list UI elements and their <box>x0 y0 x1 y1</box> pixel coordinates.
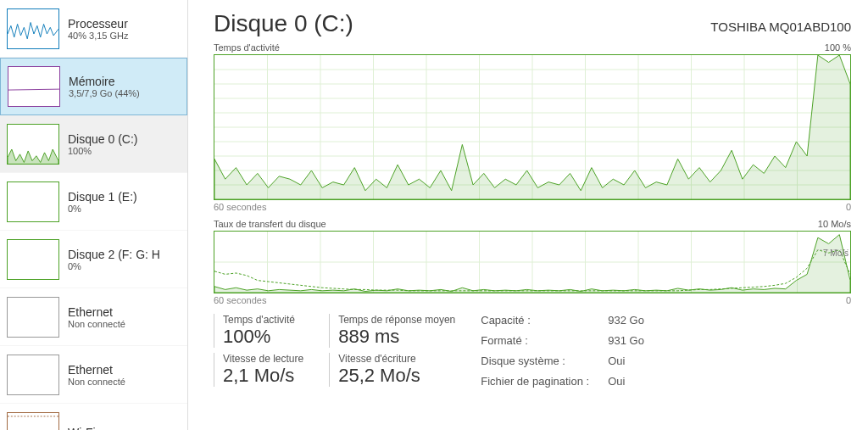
memory-thumb-icon <box>8 66 60 107</box>
chart1-xleft: 60 secondes <box>214 202 266 212</box>
sidebar-item-sub: 40% 3,15 GHz <box>68 31 129 41</box>
ethernet-thumb-icon <box>7 297 59 338</box>
formatted-value: 931 Go <box>608 334 709 351</box>
sidebar-item-ethernet1[interactable]: Ethernet Non connecté <box>0 288 187 346</box>
write-label: Vitesse d'écriture <box>338 353 455 365</box>
chart2-xright: 0 <box>846 295 851 305</box>
sidebar-item-label: Mémoire <box>69 75 140 88</box>
transfer-chart: 7 Mo/s <box>214 231 851 293</box>
sidebar-item-wifi[interactable]: Wi-Fi <box>0 404 187 430</box>
sidebar-item-cpu[interactable]: Processeur 40% 3,15 GHz <box>0 0 187 58</box>
cpu-thumb-icon <box>7 8 59 49</box>
chart2-xleft: 60 secondes <box>214 295 266 305</box>
read-label: Vitesse de lecture <box>223 353 303 365</box>
sidebar[interactable]: Processeur 40% 3,15 GHz Mémoire 3,5/7,9 … <box>0 0 188 430</box>
sidebar-item-label: Processeur <box>68 17 129 31</box>
activity-value: 100% <box>223 326 303 348</box>
sidebar-item-label: Disque 0 (C:) <box>68 132 137 146</box>
capacity-label: Capacité : <box>481 314 608 331</box>
sidebar-item-disk2[interactable]: Disque 2 (F: G: H 0% <box>0 231 187 288</box>
sidebar-item-label: Wi-Fi <box>68 426 96 431</box>
sidebar-item-memory[interactable]: Mémoire 3,5/7,9 Go (44%) <box>0 58 187 115</box>
wifi-thumb-icon <box>7 412 59 431</box>
ethernet-thumb-icon <box>7 355 59 395</box>
sidebar-item-sub: Non connecté <box>68 377 125 387</box>
system-label: Disque système : <box>481 355 608 371</box>
sidebar-item-sub: 3,5/7,9 Go (44%) <box>69 88 140 98</box>
info-table: Capacité : 932 Go Formaté : 931 Go Disqu… <box>481 314 709 392</box>
chart2-max: 10 Mo/s <box>818 219 851 229</box>
chart2-label: Taux de transfert du disque <box>214 219 326 229</box>
sidebar-item-disk0[interactable]: Disque 0 (C:) 100% <box>0 115 187 173</box>
response-label: Temps de réponse moyen <box>338 314 455 326</box>
sidebar-item-label: Disque 1 (E:) <box>68 190 137 204</box>
svg-marker-0 <box>8 149 58 164</box>
sidebar-item-sub: 0% <box>68 204 137 214</box>
activity-label: Temps d'activité <box>223 314 303 326</box>
sidebar-item-sub: 100% <box>68 146 137 156</box>
chart1-max: 100 % <box>825 42 851 53</box>
sidebar-item-sub: Non connecté <box>68 319 125 329</box>
sidebar-item-ethernet2[interactable]: Ethernet Non connecté <box>0 346 187 404</box>
activity-chart <box>214 54 851 200</box>
sidebar-item-label: Disque 2 (F: G: H <box>68 248 160 261</box>
pagefile-value: Oui <box>608 375 709 392</box>
disk-thumb-icon <box>7 124 59 165</box>
disk-thumb-icon <box>7 181 59 222</box>
capacity-value: 932 Go <box>608 314 709 331</box>
sidebar-item-disk1[interactable]: Disque 1 (E:) 0% <box>0 173 187 231</box>
chart1-label: Temps d'activité <box>214 42 280 53</box>
chart1-xright: 0 <box>846 202 851 212</box>
chart2-mark: 7 Mo/s <box>823 249 849 258</box>
main-panel: Disque 0 (C:) TOSHIBA MQ01ABD100 Temps d… <box>188 0 868 430</box>
read-value: 2,1 Mo/s <box>223 365 303 387</box>
disk-thumb-icon <box>7 239 59 280</box>
formatted-label: Formaté : <box>481 334 608 351</box>
sidebar-item-sub: 0% <box>68 261 160 271</box>
sidebar-item-label: Ethernet <box>68 363 125 377</box>
disk-model: TOSHIBA MQ01ABD100 <box>710 20 851 34</box>
sidebar-item-label: Ethernet <box>68 305 125 319</box>
response-value: 889 ms <box>338 326 455 348</box>
pagefile-label: Fichier de pagination : <box>481 375 608 392</box>
system-value: Oui <box>608 355 709 371</box>
write-value: 25,2 Mo/s <box>338 365 455 387</box>
page-title: Disque 0 (C:) <box>214 10 353 37</box>
